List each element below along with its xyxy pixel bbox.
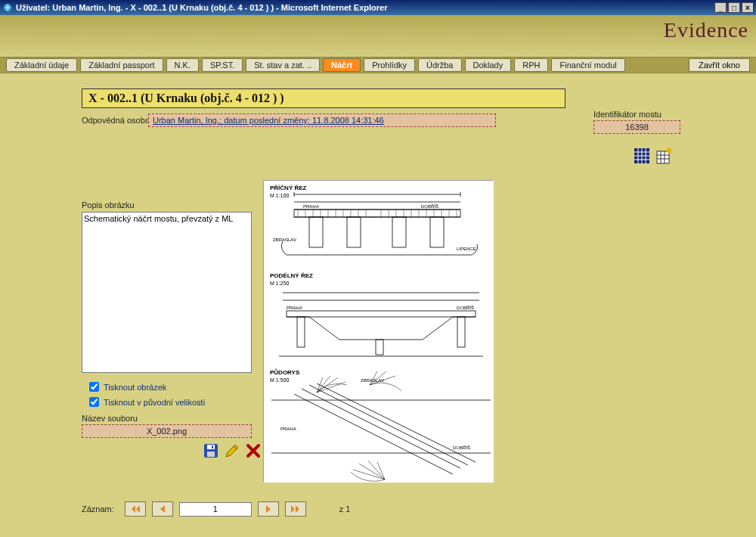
responsible-value[interactable]: Urban Martin, Ing.; datum poslední změny… <box>148 113 496 127</box>
file-label: Název souboru <box>82 414 138 423</box>
responsible-label: Odpovědná osoba <box>82 116 150 125</box>
svg-text:ZBRASLAV: ZBRASLAV <box>361 378 384 383</box>
svg-rect-20 <box>212 445 213 449</box>
minimize-button[interactable]: _ <box>714 2 727 13</box>
svg-text:DOBŘÍŠ: DOBŘÍŠ <box>457 305 474 310</box>
page-title: X - 002..1 (U Krnaku (obj.č. 4 - 012 ) ) <box>82 88 565 108</box>
tab-udrzba[interactable]: Údržba <box>418 58 461 72</box>
identifier-label: Identifikátor mostu <box>593 110 680 119</box>
drawing-section3-scale: M 1:500 <box>270 377 289 383</box>
drawing-label-zbraslav: ZBRASLAV <box>273 237 296 242</box>
print-image-checkbox[interactable] <box>89 382 99 392</box>
delete-icon[interactable] <box>245 442 262 459</box>
print-image-row[interactable]: Tisknout obrázek <box>89 382 166 392</box>
svg-text:DOBŘÍŠ: DOBŘÍŠ <box>453 445 470 450</box>
print-original-size-checkbox[interactable] <box>89 397 99 407</box>
drawing-section2-title: PODÉLNÝ ŘEZ <box>270 272 313 279</box>
file-value: X_002.png <box>82 424 252 438</box>
record-first-button[interactable] <box>125 501 146 517</box>
close-panel-button[interactable]: Zavřít okno <box>689 58 750 72</box>
record-next-button[interactable] <box>258 501 279 517</box>
tab-nk[interactable]: N.K. <box>166 58 199 72</box>
tab-doklady[interactable]: Doklady <box>465 58 512 72</box>
print-original-size-label: Tisknout v původní velikosti <box>104 398 205 407</box>
record-total: z 1 <box>339 504 351 514</box>
brand-title: Evidence <box>664 18 748 42</box>
description-textarea[interactable]: Schematický náčrt mostu, převzatý z ML <box>82 212 252 373</box>
record-prev-button[interactable] <box>152 501 173 517</box>
tab-zakladni-passport[interactable]: Základní passport <box>80 58 163 72</box>
svg-text:PRAHA: PRAHA <box>287 306 302 310</box>
record-navigator: Záznam: z 1 <box>82 501 350 517</box>
maximize-button[interactable]: □ <box>728 2 740 13</box>
window-titlebar: Uživatel: Urban Martin, Ing. - X - 002..… <box>0 0 756 15</box>
tab-nacrt[interactable]: Náčrt <box>323 58 361 72</box>
tab-zakladni-udaje[interactable]: Základní údaje <box>6 58 77 72</box>
print-original-size-row[interactable]: Tisknout v původní velikosti <box>89 397 205 407</box>
tab-bar: Základní údaje Základní passport N.K. SP… <box>0 57 756 73</box>
drawing-label-dobris: DOBŘÍŠ <box>421 203 438 209</box>
edit-icon[interactable] <box>224 442 240 459</box>
window-title: Uživatel: Urban Martin, Ing. - X - 002..… <box>16 3 387 12</box>
tab-rph[interactable]: RPH <box>514 58 548 72</box>
drawing-section1-scale: M 1:100 <box>270 193 289 198</box>
drawing-section3-title: PŮDORYS <box>270 368 300 376</box>
close-window-button[interactable]: × <box>742 2 754 13</box>
svg-text:PRAHA: PRAHA <box>280 427 296 431</box>
tab-spst[interactable]: SP.ST. <box>202 58 243 72</box>
drawing-viewport: PŘÍČNÝ ŘEZ M 1:100 <box>263 180 493 482</box>
drawing-label-praha: PRAHA <box>303 204 319 209</box>
record-last-button[interactable] <box>285 501 306 517</box>
svg-rect-18 <box>207 445 215 449</box>
identifier-value: 16398 <box>593 120 680 134</box>
record-current-input[interactable] <box>179 502 252 517</box>
grid-new-icon[interactable] <box>656 147 673 164</box>
svg-rect-21 <box>264 181 494 483</box>
drawing-label-lipence: LIPENCE <box>457 247 476 251</box>
record-label: Záznam: <box>82 504 114 514</box>
svg-rect-19 <box>207 452 215 457</box>
svg-rect-27 <box>294 210 460 217</box>
description-label: Popis obrázku <box>82 200 135 210</box>
drawing-section2-scale: M 1:250 <box>270 281 289 286</box>
tab-prohlidky[interactable]: Prohlídky <box>364 58 415 72</box>
tab-st-stav[interactable]: St. stav a zat. .. <box>246 58 320 72</box>
ie-icon <box>2 2 13 13</box>
print-image-label: Tisknout obrázek <box>104 383 166 392</box>
drawing-section1-title: PŘÍČNÝ ŘEZ <box>270 185 307 191</box>
tab-financni-modul[interactable]: Finanční modul <box>551 58 624 72</box>
save-icon[interactable] <box>203 442 219 459</box>
grid-dark-icon[interactable] <box>634 147 650 164</box>
